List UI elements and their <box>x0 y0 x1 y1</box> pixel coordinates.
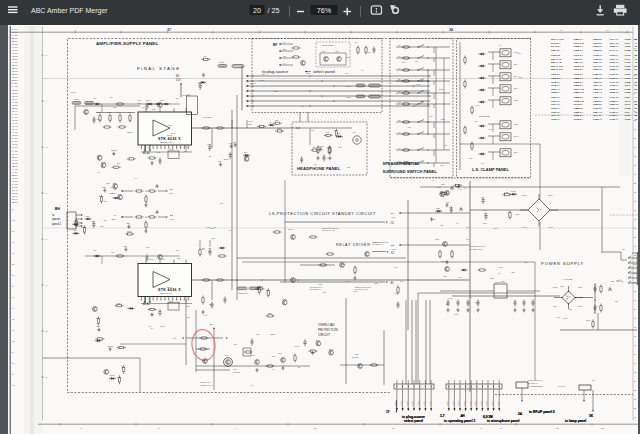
svg-text:OFF: OFF <box>398 101 401 103</box>
svg-text:4D-09: 4D-09 <box>12 76 19 78</box>
svg-text:R57: R57 <box>207 143 210 145</box>
svg-text:7C: 7C <box>12 329 15 331</box>
svg-text:CB80 D4: CB80 D4 <box>574 96 584 98</box>
svg-text:4.7K: 4.7K <box>203 314 207 316</box>
svg-text:GY: GY <box>283 62 286 64</box>
svg-text:3A-07: 3A-07 <box>12 49 18 51</box>
svg-text:C407 H1: C407 H1 <box>610 65 620 67</box>
svg-text:0.1: 0.1 <box>206 127 209 129</box>
svg-text:4B: 4B <box>634 371 637 373</box>
svg-text:C226 F4: C226 F4 <box>610 45 620 47</box>
svg-text:56K: 56K <box>220 202 224 204</box>
svg-text:1K: 1K <box>310 349 313 351</box>
svg-text:2B-33: 2B-33 <box>12 201 18 203</box>
svg-text:C55: C55 <box>569 308 572 310</box>
svg-text:22R4G E14: 22R4G E14 <box>551 68 564 70</box>
svg-text:10K: 10K <box>316 339 320 341</box>
svg-text:1C-44: 1C-44 <box>12 195 19 197</box>
svg-text:5D: 5D <box>12 274 15 276</box>
svg-text:4B: 4B <box>634 191 637 193</box>
svg-text:58: 58 <box>635 114 638 116</box>
svg-text:L GND: L GND <box>395 400 396 406</box>
svg-text:R52: R52 <box>436 207 439 209</box>
svg-text:L GND: L GND <box>464 400 465 406</box>
svg-text:6A-18: 6A-18 <box>12 168 18 170</box>
svg-text:CC65: CC65 <box>625 118 632 120</box>
svg-text:7S61 3Y: 7S61 3Y <box>551 73 560 75</box>
svg-text:DRIVER: DRIVER <box>352 356 359 358</box>
svg-text:1N4: 1N4 <box>138 99 141 101</box>
svg-text:CC49: CC49 <box>625 84 632 86</box>
svg-text:to RF+IF panel 2: to RF+IF panel 2 <box>529 410 555 414</box>
svg-text:4H: 4H <box>461 414 466 418</box>
svg-text:K2: K2 <box>611 280 614 282</box>
svg-text:L GND: L GND <box>418 400 419 406</box>
svg-text:STAND BY 0V: STAND BY 0V <box>372 243 384 245</box>
svg-text:46: 46 <box>635 111 638 113</box>
svg-text:2A: 2A <box>634 353 637 355</box>
svg-text:C612: C612 <box>149 258 153 260</box>
svg-text:3A-07: 3A-07 <box>12 159 18 161</box>
svg-text:R57: R57 <box>475 301 478 303</box>
svg-text:2W: 2W <box>580 296 583 298</box>
svg-text:37: 37 <box>167 28 171 32</box>
svg-text:2A: 2A <box>12 208 15 210</box>
svg-text:SP: SP <box>398 67 401 69</box>
svg-text:STANDBY 15.5V: STANDBY 15.5V <box>470 248 484 250</box>
svg-text:7: 7 <box>164 147 165 148</box>
svg-text:4B-12: 4B-12 <box>12 58 18 60</box>
svg-text:50: 50 <box>635 65 638 67</box>
svg-text:33K: 33K <box>311 129 315 131</box>
svg-text:38: 38 <box>449 28 453 32</box>
svg-text:D: D <box>46 192 48 194</box>
svg-text:C893 A1: C893 A1 <box>593 88 603 90</box>
svg-text:A1 A2: A1 A2 <box>143 151 150 155</box>
svg-text:46: 46 <box>635 58 638 60</box>
svg-text:1N4: 1N4 <box>73 229 76 231</box>
svg-text:POWER DOWN: POWER DOWN <box>530 385 543 387</box>
svg-text:7D2: 7D2 <box>335 50 338 52</box>
svg-text:0.1: 0.1 <box>432 179 435 181</box>
svg-text:CC14: CC14 <box>625 111 632 113</box>
svg-text:680: 680 <box>186 305 189 307</box>
svg-text:11: 11 <box>180 147 182 148</box>
svg-text:R60: R60 <box>138 102 141 104</box>
svg-text:1N4: 1N4 <box>104 219 107 221</box>
svg-text:2A: 2A <box>12 307 15 309</box>
svg-text:B5: B5 <box>391 281 395 285</box>
svg-text:2W: 2W <box>345 72 348 74</box>
svg-text:C612: C612 <box>295 345 299 347</box>
svg-text:3F: 3F <box>634 128 637 130</box>
svg-text:STK46: STK46 <box>167 134 172 136</box>
svg-text:SURROUND: SURROUND <box>322 44 334 46</box>
svg-text:EC3 E14: EC3 E14 <box>551 42 561 44</box>
svg-text:-29V: -29V <box>93 249 98 251</box>
svg-text:2W16: 2W16 <box>578 286 582 288</box>
svg-text:33K: 33K <box>213 226 217 228</box>
svg-text:1N4: 1N4 <box>353 131 356 133</box>
svg-text:-41V: -41V <box>172 337 177 339</box>
svg-text:58: 58 <box>635 38 638 40</box>
svg-text:10K: 10K <box>314 163 318 165</box>
svg-text:680: 680 <box>256 333 259 335</box>
svg-text:select panel: select panel <box>313 69 335 74</box>
svg-text:0.22: 0.22 <box>117 302 121 304</box>
svg-text:47: 47 <box>635 42 638 44</box>
svg-text:C576 H1: C576 H1 <box>610 61 620 63</box>
svg-text:G: G <box>46 146 48 148</box>
svg-text:CC33: CC33 <box>625 61 632 63</box>
svg-text:CR74 F11: CR74 F11 <box>574 42 585 44</box>
svg-text:C179 H1: C179 H1 <box>610 73 620 75</box>
svg-text:HEADPHONE PANEL: HEADPHONE PANEL <box>297 166 341 171</box>
svg-text:C541 D4: C541 D4 <box>593 65 603 67</box>
svg-text:680: 680 <box>615 300 618 302</box>
svg-text:1N4: 1N4 <box>394 292 397 294</box>
svg-text:R71: R71 <box>488 128 491 130</box>
svg-text:OVERLOAD 1.4V: OVERLOAD 1.4V <box>200 384 214 386</box>
svg-text:33K: 33K <box>440 224 444 226</box>
svg-text:3A-07: 3A-07 <box>12 46 18 48</box>
svg-text:2A: 2A <box>634 146 637 148</box>
svg-text:SP: SP <box>398 55 401 57</box>
svg-text:RECEIVER ON 5.6V: RECEIVER ON 5.6V <box>528 380 544 381</box>
svg-text:CIRCUIT: CIRCUIT <box>318 333 330 337</box>
